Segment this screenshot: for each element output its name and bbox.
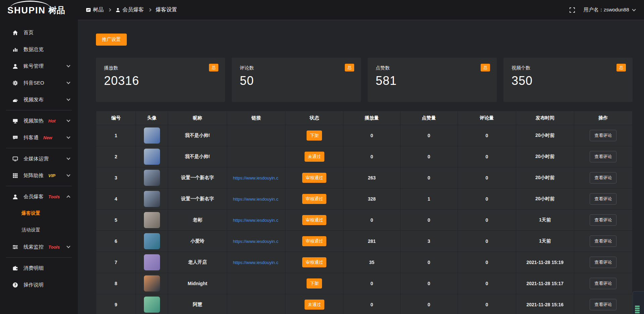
sidebar-item-operation-guide[interactable]: ? 操作说明 [0,276,78,293]
sidebar-item-video-publish[interactable]: 视频发布 [0,91,78,108]
sidebar-divider [6,110,72,110]
col-header-nickname: 昵称 [168,111,227,125]
logo[interactable]: SHUPIN 树品 [0,0,78,20]
username-label: 用户名：zswodun88 [584,7,629,12]
hot-tag: Hot [48,118,56,123]
status-badge[interactable]: 下架 [307,130,322,141]
col-header-plays: 播放量 [343,111,400,125]
video-table: 编号 头像 昵称 链接 状态 播放量 点赞量 评论量 发布时间 操作 1 我不是… [96,111,633,314]
sidebar-subitem-activity-settings[interactable]: 活动设置 [0,222,78,239]
user-menu[interactable]: 用户名：zswodun88 [584,7,635,13]
sliders-icon [12,244,18,250]
status-badge[interactable]: 审核通过 [302,194,326,204]
sidebar-divider [6,186,72,186]
col-header-id: 编号 [96,111,136,125]
stat-cards: 播放数 总 20316 评论数 总 50 点赞数 总 581 视频个数 总 35… [96,58,633,102]
breadcrumb-item-member[interactable]: 会员爆客 [115,6,144,13]
nickname-cell: 设置一个新名字 [168,167,227,189]
sidebar-item-data-overview[interactable]: 数据总览 [0,41,78,58]
total-badge[interactable]: 总 [209,64,218,71]
service-bars-icon [635,306,640,314]
monitor-icon [12,156,18,162]
video-icon [12,97,18,103]
table-row: 7 老人开店 https://www.iesdouyin.c 审核通过 35 0… [96,252,633,273]
sidebar: 首页 数据总览 账号管理 抖音SEO 视频发布 [0,20,78,314]
view-comments-button[interactable]: 查看评论 [590,130,616,141]
table-row: 2 我不是小帅! 未通过 0 0 0 20小时前 查看评论 [96,146,633,167]
view-comments-button[interactable]: 查看评论 [590,299,616,310]
promotion-settings-button[interactable]: 推广设置 [96,34,127,46]
sidebar-subitem-baoke-settings[interactable]: 爆客设置 [0,205,78,222]
breadcrumb: 树品 会员爆客 爆客设置 [86,6,177,13]
video-link[interactable]: https://www.iesdouyin.c [227,218,284,223]
table-header-row: 编号 头像 昵称 链接 状态 播放量 点赞量 评论量 发布时间 操作 [96,111,633,125]
member-icon [12,194,18,200]
gear-icon [12,80,18,86]
status-badge[interactable]: 审核通过 [302,257,326,267]
table-row: 5 老彬 https://www.iesdouyin.c 审核通过 0 0 0 … [96,210,633,231]
main-content: 推广设置 播放数 总 20316 评论数 总 50 点赞数 总 581 视频个数… [78,20,644,314]
sidebar-item-consumption-details[interactable]: 消费明细 [0,260,78,276]
total-badge[interactable]: 总 [616,64,626,71]
nickname-cell: Midnight [168,273,227,294]
chevron-down-icon [66,97,70,101]
chevron-down-icon [66,173,70,176]
bar-chart-icon [12,46,18,52]
grid-icon [12,172,18,178]
chat-icon [12,135,18,141]
video-link[interactable]: https://www.iesdouyin.c [227,197,284,202]
status-badge[interactable]: 下架 [307,278,322,289]
sidebar-item-video-heating[interactable]: 视频加热 Hot [0,112,78,129]
status-badge[interactable]: 未通过 [305,152,324,162]
avatar [144,170,160,186]
chevron-down-icon [66,118,70,122]
customer-service-widget[interactable] [633,291,644,314]
table-row: 3 设置一个新名字 https://www.iesdouyin.c 审核通过 2… [96,167,633,189]
sidebar-item-lead-monitoring[interactable]: 线索监控 Tools [0,239,78,255]
total-badge[interactable]: 总 [481,64,490,71]
avatar [144,233,160,249]
col-header-avatar: 头像 [136,111,168,125]
sidebar-item-account-management[interactable]: 账号管理 [0,58,78,74]
view-comments-button[interactable]: 查看评论 [590,257,616,268]
view-comments-button[interactable]: 查看评论 [590,235,616,247]
fullscreen-icon[interactable] [570,7,575,13]
sidebar-item-all-media[interactable]: 全媒体运营 [0,150,78,167]
nickname-cell: 老人开店 [168,252,227,273]
sidebar-item-douketong[interactable]: 抖客通 New [0,129,78,146]
view-comments-button[interactable]: 查看评论 [590,151,616,162]
sidebar-item-matrix-boost[interactable]: 矩阵助推 VIP [0,167,78,184]
table-row: 1 我不是小帅! 下架 0 0 0 20小时前 查看评论 [96,125,633,146]
sidebar-item-home[interactable]: 首页 [0,24,78,41]
chevron-right-icon [108,8,111,12]
view-comments-button[interactable]: 查看评论 [590,172,616,184]
view-comments-button[interactable]: 查看评论 [590,278,616,289]
avatar [144,254,160,270]
screen-icon [12,118,18,124]
status-badge[interactable]: 未通过 [305,300,324,310]
col-header-link: 链接 [227,111,285,125]
view-comments-button[interactable]: 查看评论 [590,214,616,226]
video-link[interactable]: https://www.iesdouyin.c [227,260,284,265]
status-badge[interactable]: 审核通过 [302,236,326,246]
status-badge[interactable]: 审核通过 [302,215,326,225]
vip-tag: VIP [48,173,55,178]
sidebar-item-member-baoke[interactable]: 会员爆客 Tools [0,188,78,205]
nickname-cell: 小爱玲 [168,231,227,252]
sidebar-item-douyin-seo[interactable]: 抖音SEO [0,74,78,91]
stat-value: 50 [240,74,353,88]
table-row: 4 设置一个新名字 https://www.iesdouyin.c 审核通过 3… [96,189,633,210]
view-comments-button[interactable]: 查看评论 [590,193,616,205]
video-link[interactable]: https://www.iesdouyin.c [227,239,284,244]
chevron-right-icon [148,8,152,12]
breadcrumb-item-home[interactable]: 树品 [86,6,104,13]
chevron-down-icon [66,156,70,160]
total-badge[interactable]: 总 [345,64,354,71]
top-bar: SHUPIN 树品 树品 会员爆客 爆客设置 [0,0,644,20]
video-link[interactable]: https://www.iesdouyin.c [227,175,284,180]
nickname-cell: 阿慧 [168,294,227,314]
tools-tag: Tools [48,194,60,199]
nickname-cell: 我不是小帅! [168,146,227,167]
user-icon [12,63,18,69]
status-badge[interactable]: 审核通过 [302,173,326,183]
